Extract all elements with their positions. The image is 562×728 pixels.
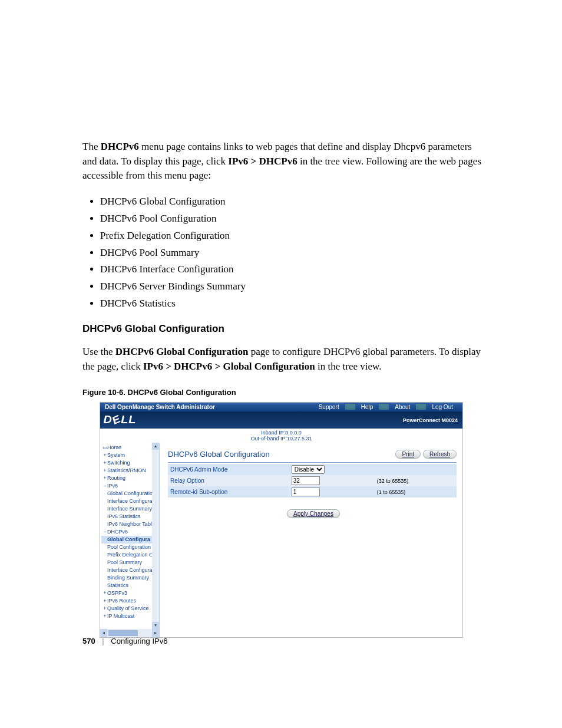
tree-node[interactable]: Global Configuration: [101, 490, 159, 498]
tree-node[interactable]: IPv6 Neighbor Table: [101, 521, 159, 528]
tree-node-label: Routing: [107, 475, 125, 481]
table-row: DHCPv6 Admin Mode Disable: [168, 464, 457, 475]
tree-node[interactable]: Global Configura: [101, 536, 159, 543]
tree-node-label: Pool Configuration: [107, 544, 151, 550]
inband-ip: Inband IP:0.0.0.0: [261, 430, 302, 436]
tree-node[interactable]: Pool Configuration: [101, 543, 159, 551]
tree-node-label: Interface Configuratio: [107, 498, 158, 504]
tree-node[interactable]: Pool Summary: [101, 559, 159, 566]
print-button[interactable]: Print: [395, 450, 421, 459]
tree-node[interactable]: +IPv6 Routes: [101, 597, 159, 605]
tree-node-label: Switching: [107, 460, 130, 466]
expand-icon[interactable]: +: [103, 467, 107, 475]
tree-node-label: IP Multicast: [107, 613, 134, 619]
tree-node[interactable]: Interface Configura: [101, 566, 159, 574]
tree-node-label: IPv6 Statistics: [107, 513, 141, 519]
ip-bar: Inband IP:0.0.0.0 Out-of-band IP:10.27.5…: [100, 429, 462, 443]
footer-section: Configuring IPv6: [111, 637, 167, 645]
scroll-thumb[interactable]: [108, 630, 138, 636]
table-row: Remote-id Sub-option (1 to 65535): [168, 486, 457, 498]
tree-node-label: Interface Configura: [107, 567, 153, 573]
vertical-scrollbar[interactable]: ▴ ▾: [152, 443, 159, 629]
screenshot: Dell OpenManage Switch Administrator Sup…: [100, 403, 462, 637]
collapse-icon[interactable]: −: [103, 482, 107, 490]
dell-logo: DELL: [105, 414, 403, 426]
tree-node[interactable]: +System: [101, 452, 159, 459]
logo-bar: DELL PowerConnect M8024: [100, 411, 462, 429]
relay-option-label: Relay Option: [168, 475, 289, 486]
remoteid-label: Remote-id Sub-option: [168, 486, 289, 498]
window-titlebar: Dell OpenManage Switch Administrator Sup…: [100, 403, 462, 411]
tree-icon[interactable]: ▭: [103, 444, 107, 452]
expand-icon[interactable]: +: [103, 605, 107, 612]
nav-help[interactable]: Help: [356, 404, 378, 410]
section-heading: DHCPv6 Global Configuration: [82, 323, 485, 335]
remoteid-input[interactable]: [292, 487, 320, 496]
intro-paragraph: The DHCPv6 menu page contains links to w…: [82, 140, 485, 183]
tree-node[interactable]: Statistics: [101, 582, 159, 589]
page-title: DHCPv6 Global Configuration: [168, 450, 393, 459]
scroll-down-icon[interactable]: ▾: [152, 622, 159, 629]
list-item: DHCPv6 Pool Summary: [100, 245, 485, 262]
apply-changes-button[interactable]: Apply Changes: [287, 509, 340, 518]
list-item: DHCPv6 Interface Configuration: [100, 261, 485, 278]
intro-b2: IPv6 > DHCPv6: [228, 156, 297, 167]
tree-node[interactable]: +Switching: [101, 459, 159, 467]
tree-node[interactable]: +Routing: [101, 475, 159, 482]
nav-tree-panel: ▭Home+System+Switching+Statistics/RMON+R…: [100, 443, 160, 637]
figure-caption: Figure 10-6. DHCPv6 Global Configuration: [82, 388, 485, 397]
relay-option-input[interactable]: [292, 476, 320, 485]
tree-node-label: Pool Summary: [107, 559, 142, 565]
top-nav: Support Help About Log Out: [314, 404, 458, 410]
tree-node-label: Global Configuration: [107, 490, 156, 496]
tree-node[interactable]: ▭Home: [101, 444, 159, 452]
refresh-button[interactable]: Refresh: [423, 450, 457, 459]
tree-node[interactable]: Binding Summary: [101, 574, 159, 582]
product-name: PowerConnect M8024: [403, 417, 458, 423]
tree-node[interactable]: +IP Multicast: [101, 612, 159, 620]
admin-mode-label: DHCPv6 Admin Mode: [168, 464, 289, 475]
expand-icon[interactable]: +: [103, 459, 107, 467]
list-item: DHCPv6 Statistics: [100, 295, 485, 312]
p2d: IPv6 > DHCPv6 > Global Configuration: [143, 361, 315, 372]
section-paragraph: Use the DHCPv6 Global Configuration page…: [82, 345, 485, 374]
nav-logout[interactable]: Log Out: [427, 404, 458, 410]
relay-option-hint: (32 to 65535): [375, 475, 457, 486]
intro-b1: DHCPv6: [101, 141, 139, 152]
outband-ip: Out-of-band IP:10.27.5.31: [250, 436, 312, 442]
nav-tree[interactable]: ▭Home+System+Switching+Statistics/RMON+R…: [100, 443, 159, 621]
tree-node-label: IPv6: [107, 483, 118, 489]
tree-node[interactable]: +Statistics/RMON: [101, 467, 159, 475]
tree-node[interactable]: +OSPFv3: [101, 589, 159, 597]
expand-icon[interactable]: +: [103, 589, 107, 597]
p2b: DHCPv6 Global Configuration: [115, 346, 249, 357]
p2a: Use the: [82, 346, 115, 357]
tree-node-label: Home: [107, 444, 121, 450]
nav-support[interactable]: Support: [314, 404, 344, 410]
expand-icon[interactable]: +: [103, 475, 107, 482]
list-item: DHCPv6 Server Bindings Summary: [100, 278, 485, 295]
remoteid-hint: (1 to 65535): [375, 486, 457, 498]
intro-t1: The: [82, 141, 101, 152]
main-panel: DHCPv6 Global Configuration Print Refres…: [160, 443, 462, 637]
expand-icon[interactable]: +: [103, 452, 107, 459]
page-number: 570: [82, 637, 95, 645]
tree-node[interactable]: −IPv6: [101, 482, 159, 490]
list-item: Prefix Delegation Configuration: [100, 228, 485, 245]
admin-mode-select[interactable]: Disable: [292, 465, 325, 474]
tree-node[interactable]: −DHCPv6: [101, 528, 159, 536]
tree-node[interactable]: +Quality of Service: [101, 605, 159, 612]
tree-node-label: Quality of Service: [107, 605, 149, 611]
scroll-up-icon[interactable]: ▴: [152, 443, 159, 450]
tree-node[interactable]: IPv6 Statistics: [101, 513, 159, 521]
tree-node-label: DHCPv6: [107, 529, 128, 535]
tree-node[interactable]: Prefix Delegation C: [101, 551, 159, 559]
collapse-icon[interactable]: −: [103, 528, 107, 536]
expand-icon[interactable]: +: [103, 597, 107, 605]
tree-node-label: Statistics/RMON: [107, 467, 146, 473]
list-item: DHCPv6 Global Configuration: [100, 193, 485, 210]
tree-node[interactable]: Interface Configuratio: [101, 498, 159, 505]
expand-icon[interactable]: +: [103, 612, 107, 620]
tree-node[interactable]: Interface Summary: [101, 505, 159, 513]
nav-about[interactable]: About: [390, 404, 415, 410]
